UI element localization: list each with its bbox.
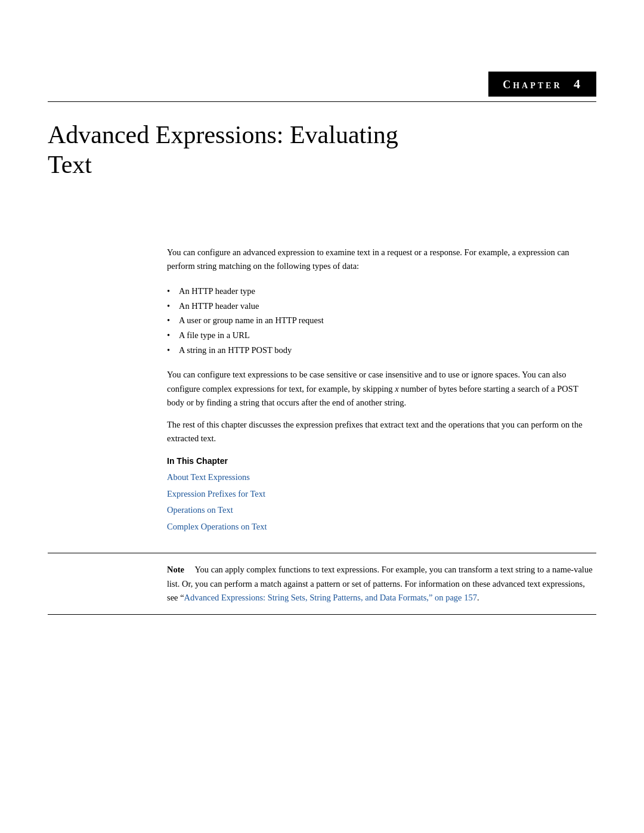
chapter-header: Chapter 4: [0, 0, 644, 97]
link-complex-operations[interactable]: Complex Operations on Text: [167, 519, 596, 535]
list-item: An HTTP header type: [167, 284, 596, 299]
page: Chapter 4 Advanced Expressions: Evaluati…: [0, 0, 644, 833]
note-spacer: [187, 565, 193, 574]
in-this-chapter-label: In This Chapter: [167, 456, 596, 466]
bullet-list: An HTTP header type An HTTP header value…: [167, 284, 596, 357]
page-title: Advanced Expressions: Evaluating Text: [48, 120, 596, 186]
link-operations-on-text[interactable]: Operations on Text: [167, 502, 596, 519]
chapter-label: Chapter: [503, 79, 562, 91]
chapter-number: 4: [574, 76, 582, 91]
note-body-part2: .: [477, 593, 479, 602]
list-item: An HTTP header value: [167, 299, 596, 314]
in-this-chapter-section: In This Chapter About Text Expressions E…: [167, 456, 596, 535]
chapter-rule: [48, 101, 596, 102]
link-about-text-expressions[interactable]: About Text Expressions: [167, 469, 596, 486]
list-item: A user or group name in an HTTP request: [167, 313, 596, 328]
note-label: Note: [167, 565, 184, 574]
list-item: A string in an HTTP POST body: [167, 343, 596, 358]
intro-paragraph-3: The rest of this chapter discusses the e…: [167, 418, 596, 445]
title-line1: Advanced Expressions: Evaluating: [48, 121, 398, 148]
content-area: You can configure an advanced expression…: [167, 246, 596, 535]
link-expression-prefixes[interactable]: Expression Prefixes for Text: [167, 486, 596, 503]
title-line2: Text: [48, 151, 92, 178]
chapter-badge: Chapter 4: [488, 72, 596, 97]
note-box: Note You can apply complex functions to …: [48, 553, 596, 615]
note-text: Note You can apply complex functions to …: [167, 563, 596, 605]
intro-paragraph-2: You can configure text expressions to be…: [167, 368, 596, 410]
list-item: A file type in a URL: [167, 328, 596, 343]
intro-paragraph-1: You can configure an advanced expression…: [167, 246, 596, 273]
note-link[interactable]: Advanced Expressions: String Sets, Strin…: [184, 593, 477, 602]
